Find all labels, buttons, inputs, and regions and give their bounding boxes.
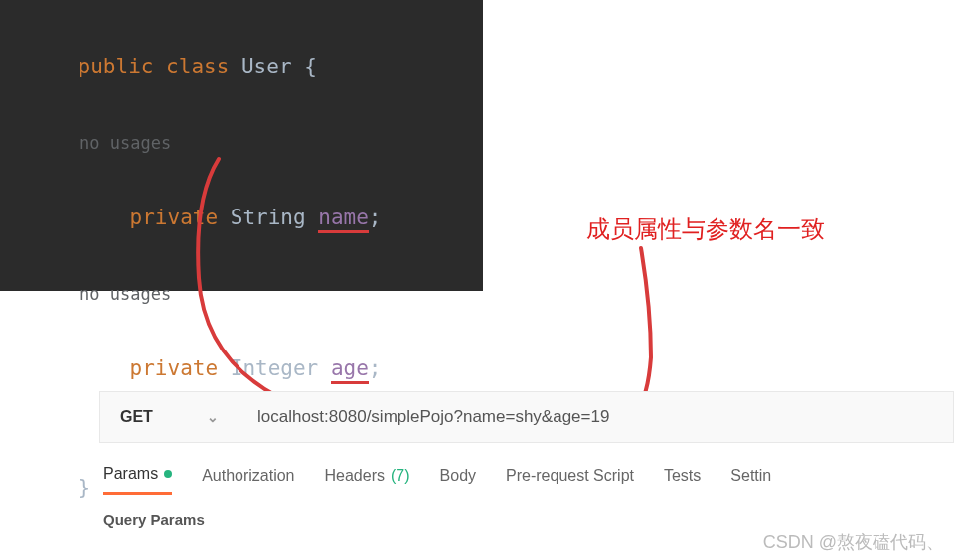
keyword-class: class — [166, 55, 229, 78]
class-name: User — [241, 55, 292, 78]
status-dot-icon — [164, 470, 172, 478]
code-line-1: public class User { — [0, 8, 483, 127]
tab-prerequest[interactable]: Pre-request Script — [506, 465, 634, 495]
field-age: age — [331, 356, 369, 384]
tab-settings-label: Settin — [730, 467, 771, 485]
headers-count: (7) — [391, 467, 410, 485]
keyword-private: private — [130, 356, 219, 380]
close-brace: } — [79, 476, 91, 499]
usage-hint-1: no usages — [0, 127, 483, 159]
http-method-selector[interactable]: GET ⌄ — [100, 392, 239, 442]
type-string: String — [231, 206, 306, 229]
tab-headers-label: Headers — [325, 467, 385, 485]
semicolon: ; — [369, 206, 382, 229]
keyword-private: private — [130, 206, 219, 229]
tab-params[interactable]: Params — [103, 465, 172, 495]
tab-body[interactable]: Body — [440, 465, 476, 495]
usage-hint-2: no usages — [0, 278, 483, 310]
code-editor: public class User { no usages private St… — [0, 0, 483, 291]
watermark: CSDN @熬夜磕代码、 — [763, 530, 944, 554]
url-input[interactable] — [239, 392, 953, 442]
tab-settings[interactable]: Settin — [730, 465, 771, 495]
chevron-down-icon: ⌄ — [207, 409, 219, 425]
url-bar: GET ⌄ — [99, 391, 954, 443]
annotation-text: 成员属性与参数名一致 — [586, 213, 825, 245]
keyword-public: public — [79, 55, 154, 78]
query-params-label: Query Params — [99, 511, 954, 528]
tab-prerequest-label: Pre-request Script — [506, 467, 634, 485]
tabs: Params Authorization Headers (7) Body Pr… — [99, 465, 954, 495]
tab-authorization[interactable]: Authorization — [202, 465, 294, 495]
tab-tests-label: Tests — [664, 467, 701, 485]
tab-authorization-label: Authorization — [202, 467, 294, 485]
field-name: name — [318, 206, 369, 233]
type-integer: Integer — [231, 356, 319, 380]
postman-panel: GET ⌄ Params Authorization Headers (7) B… — [99, 391, 954, 528]
tab-headers[interactable]: Headers (7) — [325, 465, 410, 495]
open-brace: { — [304, 55, 317, 78]
tab-tests[interactable]: Tests — [664, 465, 701, 495]
http-method-label: GET — [120, 408, 153, 426]
code-line-2: private String name; — [0, 159, 483, 278]
tab-params-label: Params — [103, 465, 158, 483]
semicolon: ; — [369, 356, 382, 380]
tab-body-label: Body — [440, 467, 476, 485]
